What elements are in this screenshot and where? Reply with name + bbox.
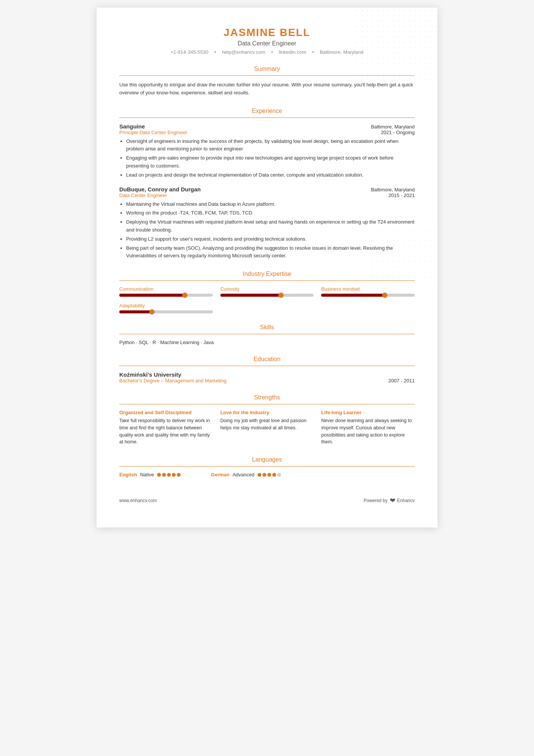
phone: +1-914-345-5530	[170, 49, 208, 55]
lang-dot-1-4	[277, 473, 281, 477]
lang-level-1: Advanced	[233, 472, 255, 477]
education-section: Education Koźmiński's University Bachelo…	[119, 356, 415, 383]
exp-bullet-0-2: Lead on projects and design the technica…	[126, 171, 415, 179]
edu-school-0: Koźmiński's University	[119, 371, 415, 378]
lang-dots-0	[157, 473, 181, 477]
resume-page: JASMINE BELL Data Center Engineer +1-914…	[97, 8, 437, 527]
exp-role-0: Principle Data Center Engineer	[119, 130, 187, 135]
skill-bar-dot-3	[149, 309, 155, 315]
edu-row-0: Bachelor's Degree – Management and Marke…	[119, 378, 415, 383]
languages-row: English Native German Advanced	[119, 472, 415, 477]
exp-header-1: DuBuque, Conroy and Durgan Baltimore, Ma…	[119, 186, 415, 193]
strengths-divider	[119, 404, 415, 404]
expertise-grid: Communication Curiosity Business mindset	[119, 286, 415, 313]
skill-bar-bg-3	[119, 310, 213, 313]
strength-desc-2: Never done learning and always seeking t…	[321, 417, 415, 446]
skill-bar-fill-1	[220, 294, 281, 297]
skills-text: Python · SQL · R · Machine Learning · Ja…	[119, 340, 415, 345]
summary-title: Summary	[119, 66, 415, 72]
lang-dot-0-0	[157, 473, 161, 477]
expertise-title: Industry Expertise	[119, 271, 415, 277]
edu-dates-0: 2007 - 2011	[389, 378, 415, 383]
exp-role-row-1: Data Center Engineer 2015 - 2021	[119, 193, 415, 200]
languages-title: Languages	[119, 456, 415, 463]
edu-degree-0: Bachelor's Degree – Management and Marke…	[119, 378, 226, 383]
language-item-0: English Native	[119, 472, 181, 477]
strength-item-2: Life-long Learner Never done learning an…	[321, 410, 415, 446]
skill-bar-fill-3	[119, 310, 152, 313]
exp-role-row-0: Principle Data Center Engineer 2021 - On…	[119, 130, 415, 138]
decorative-dots-mid	[369, 227, 437, 288]
strength-desc-1: Doing my job with great love and passion…	[220, 417, 314, 432]
exp-company-0: Sanguine	[119, 123, 145, 130]
experience-title: Experience	[119, 108, 415, 114]
exp-dates-0: 2021 - Ongoing	[381, 130, 415, 135]
skills-section: Skills Python · SQL · R · Machine Learni…	[119, 324, 415, 345]
languages-section: Languages English Native German Advanced	[119, 456, 415, 477]
language-item-1: German Advanced	[211, 472, 281, 477]
skill-bar-fill-0	[119, 294, 185, 297]
powered-by-text: Powered by	[364, 498, 387, 503]
exp-role-1: Data Center Engineer	[119, 193, 167, 198]
exp-location-0: Baltimore, Maryland	[371, 124, 415, 130]
skill-bar-dot-2	[382, 293, 387, 298]
education-title: Education	[119, 356, 415, 363]
skill-bar-dot-0	[182, 293, 187, 298]
lang-dot-1-3	[272, 473, 276, 477]
lang-dot-0-2	[167, 473, 171, 477]
skills-title: Skills	[119, 324, 415, 331]
expertise-section: Industry Expertise Communication Curiosi…	[119, 271, 415, 313]
exp-bullets-0: Oversight of engineers in insuring the s…	[119, 138, 415, 179]
exp-location-1: Baltimore, Maryland	[371, 187, 415, 193]
lang-dot-0-4	[177, 473, 181, 477]
exp-header-0: Sanguine Baltimore, Maryland	[119, 123, 415, 130]
lang-dot-1-0	[258, 473, 261, 477]
expertise-item-0: Communication	[119, 286, 213, 297]
brand-name: Enhancv	[397, 498, 415, 503]
email: help@enhancv.com	[222, 49, 265, 55]
expertise-label-3: Adaptability	[119, 303, 213, 308]
exp-bullet-0-0: Oversight of engineers in insuring the s…	[126, 138, 415, 153]
languages-divider	[119, 466, 415, 466]
expertise-item-1: Curiosity	[220, 286, 314, 297]
strength-title-0: Organized and Self Disciplined	[119, 410, 213, 415]
expertise-label-1: Curiosity	[220, 286, 314, 292]
strengths-title: Strengths	[119, 394, 415, 401]
experience-item-0: Sanguine Baltimore, Maryland Principle D…	[119, 123, 415, 179]
strengths-grid: Organized and Self Disciplined Take full…	[119, 410, 415, 446]
skill-bar-bg-0	[119, 294, 213, 297]
skills-divider	[119, 334, 415, 334]
lang-dot-1-1	[262, 473, 266, 477]
strength-item-1: Love for the Industry Doing my job with …	[220, 410, 314, 446]
lang-name-1: German	[211, 472, 230, 477]
strength-title-2: Life-long Learner	[321, 410, 415, 415]
footer-url: www.enhancv.com	[119, 498, 157, 503]
skill-bar-bg-1	[220, 294, 314, 297]
education-item-0: Koźmiński's University Bachelor's Degree…	[119, 371, 415, 383]
lang-dot-1-2	[267, 473, 271, 477]
expertise-label-0: Communication	[119, 286, 213, 292]
summary-text: Use this opportunity to intrigue and dra…	[119, 81, 415, 97]
strength-title-1: Love for the Industry	[220, 410, 314, 415]
exp-company-1: DuBuque, Conroy and Durgan	[119, 186, 201, 193]
lang-dot-0-3	[172, 473, 176, 477]
lang-dot-0-1	[162, 473, 166, 477]
skill-bar-dot-1	[278, 293, 284, 298]
skill-bar-bg-2	[321, 294, 415, 297]
experience-divider	[119, 117, 415, 118]
enhancv-logo: ❤ Enhancv	[390, 496, 415, 505]
strength-desc-0: Take full responsibility to deliver my w…	[119, 417, 213, 446]
exp-bullet-1-1: Working on the product -T24, TCIB, FCM, …	[126, 209, 415, 217]
linkedin: linkedin.com	[279, 49, 306, 55]
footer-powered: Powered by ❤ Enhancv	[364, 496, 415, 505]
exp-dates-1: 2015 - 2021	[389, 193, 415, 198]
lang-dots-1	[258, 473, 281, 477]
education-divider	[119, 366, 415, 366]
exp-bullet-0-1: Engaging with pre-sales engineer to prov…	[126, 154, 415, 170]
strengths-section: Strengths Organized and Self Disciplined…	[119, 394, 415, 446]
skill-bar-fill-2	[321, 294, 385, 297]
enhancv-icon: ❤	[390, 496, 395, 505]
lang-level-0: Native	[140, 472, 154, 477]
exp-bullet-1-0: Maintaining the Virtual machines and Dat…	[126, 200, 415, 208]
lang-name-0: English	[119, 472, 137, 477]
